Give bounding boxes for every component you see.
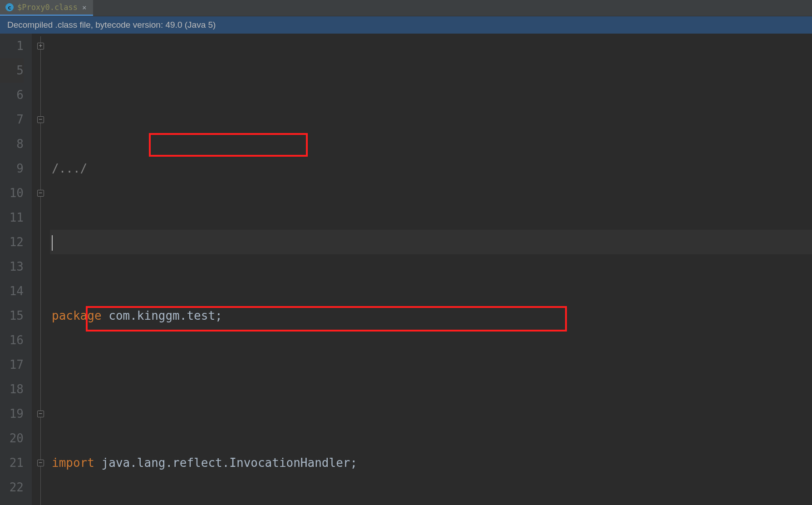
line-number: 19 (0, 401, 24, 426)
class-file-icon: c (5, 3, 14, 11)
fold-guide-line (40, 36, 41, 505)
text-cursor (52, 235, 53, 251)
code-line: /.../ (50, 156, 812, 181)
line-number: 18 (0, 377, 24, 401)
code-line (50, 230, 812, 254)
fold-gutter: + − − − − (32, 34, 50, 505)
fold-expand-icon[interactable]: + (37, 43, 44, 50)
editor-tab[interactable]: c $Proxy0.class × (0, 0, 93, 16)
code-area[interactable]: /.../ package com.kinggm.test; import ja… (50, 34, 812, 505)
line-number: 5 (0, 58, 24, 83)
line-number: 1 (0, 34, 24, 58)
line-number: 21 (0, 451, 24, 475)
line-number: 15 (0, 303, 24, 328)
line-number: 7 (0, 107, 24, 132)
line-number: 16 (0, 328, 24, 352)
line-number: 17 (0, 352, 24, 377)
fold-end-icon[interactable]: − (37, 460, 44, 466)
line-number: 10 (0, 181, 24, 205)
fold-collapse-icon[interactable]: − (37, 190, 44, 197)
line-number-gutter: 1 5 6 7 8 9 10 11 12 13 14 15 16 17 18 1… (0, 34, 32, 505)
code-line: package com.kinggm.test; (50, 303, 812, 328)
line-number: 8 (0, 132, 24, 156)
fold-collapse-icon[interactable]: − (37, 116, 44, 123)
close-icon[interactable]: × (81, 3, 88, 12)
code-line (50, 377, 812, 401)
line-number: 22 (0, 475, 24, 500)
line-number: 13 (0, 254, 24, 279)
code-editor[interactable]: 1 5 6 7 8 9 10 11 12 13 14 15 16 17 18 1… (0, 34, 812, 505)
line-number: 11 (0, 205, 24, 230)
line-number: 20 (0, 426, 24, 451)
code-line: import java.lang.reflect.InvocationHandl… (50, 451, 812, 475)
tab-bar: c $Proxy0.class × (0, 0, 812, 16)
line-number: 12 (0, 230, 24, 254)
tab-label: $Proxy0.class (17, 3, 78, 12)
fold-collapse-icon[interactable]: − (37, 411, 44, 417)
line-number: 14 (0, 279, 24, 303)
line-number: 6 (0, 83, 24, 107)
line-number: 9 (0, 156, 24, 181)
highlight-annotation (149, 133, 308, 157)
decompile-banner: Decompiled .class file, bytecode version… (0, 16, 812, 34)
